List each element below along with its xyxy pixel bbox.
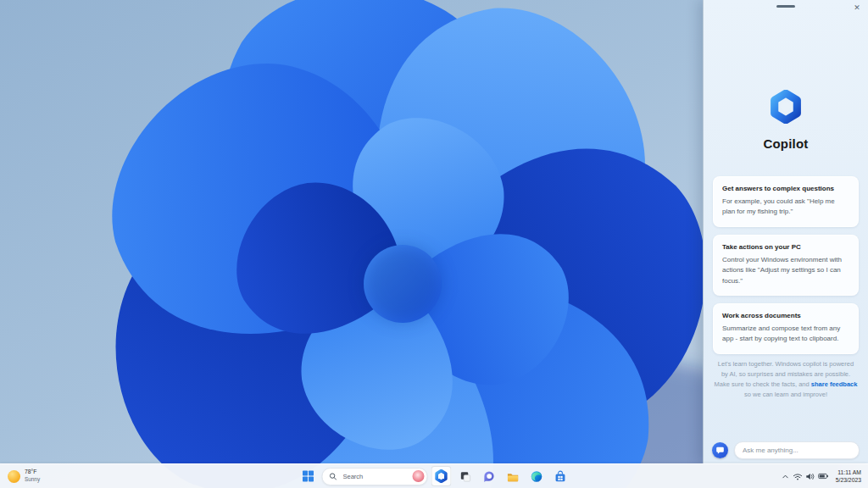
task-view-button[interactable] — [455, 466, 476, 486]
taskbar-clock[interactable]: 11:11 AM 5/23/2023 — [832, 469, 865, 484]
card-take-actions[interactable]: Take actions on your PC Control your Win… — [713, 235, 859, 296]
card-heading: Take actions on your PC — [722, 243, 849, 251]
taskbar-search-box[interactable] — [322, 468, 428, 485]
copilot-icon — [435, 469, 448, 483]
card-heading: Get answers to complex questions — [722, 185, 849, 192]
teams-chat-icon — [482, 470, 495, 483]
edge-icon — [530, 470, 542, 483]
system-tray — [777, 469, 832, 483]
clock-time: 11:11 AM — [837, 469, 861, 476]
share-feedback-link[interactable]: share feedback — [811, 380, 858, 388]
weather-temperature: 78°F — [25, 469, 40, 476]
task-view-icon — [459, 470, 471, 483]
taskbar: 78°F Sunny — [0, 463, 868, 488]
copilot-chat-button[interactable] — [712, 442, 728, 458]
edge-button[interactable] — [526, 466, 547, 486]
start-button[interactable] — [298, 466, 319, 486]
card-body: For example, you could ask "Help me plan… — [722, 197, 849, 218]
close-icon[interactable]: ✕ — [851, 2, 863, 14]
search-icon — [330, 473, 337, 480]
file-explorer-icon — [506, 470, 519, 483]
volume-icon[interactable] — [805, 469, 816, 483]
bing-daily-image-icon[interactable] — [413, 470, 425, 482]
sun-icon — [8, 470, 20, 483]
clock-date: 5/23/2023 — [836, 476, 861, 484]
panel-title: Copilot — [704, 136, 868, 151]
card-heading: Work across documents — [722, 312, 849, 319]
suggestion-cards: Get answers to complex questions For exa… — [713, 176, 859, 354]
search-input[interactable] — [342, 472, 409, 481]
chevron-up-icon[interactable] — [780, 469, 791, 483]
card-body: Summarize and compose text from any app … — [722, 324, 849, 345]
copilot-panel: ✕ Copilot Get answers to complex questio… — [703, 0, 868, 464]
file-explorer-button[interactable] — [503, 466, 523, 486]
battery-icon[interactable] — [818, 469, 829, 483]
wifi-icon[interactable] — [793, 469, 804, 483]
windows-logo-icon — [303, 470, 314, 482]
microsoft-store-icon — [554, 470, 566, 483]
copilot-logo-icon — [769, 90, 803, 124]
chat-bubble-icon — [715, 446, 725, 455]
store-button[interactable] — [550, 466, 570, 486]
ask-me-anything-input[interactable] — [734, 441, 860, 459]
taskbar-copilot-button[interactable] — [431, 466, 452, 486]
weather-condition: Sunny — [25, 476, 40, 483]
card-body: Control your Windows environment with ac… — [722, 255, 849, 286]
ai-disclaimer: Let's learn together. Windows copilot is… — [714, 359, 858, 400]
card-complex-questions[interactable]: Get answers to complex questions For exa… — [713, 176, 859, 227]
panel-drag-handle[interactable] — [776, 5, 795, 8]
chat-button[interactable] — [479, 466, 499, 486]
chat-input-row — [712, 441, 860, 458]
disclaimer-text: so we can learn and improve! — [744, 391, 827, 398]
weather-widget[interactable]: 78°F Sunny — [2, 464, 46, 488]
card-work-documents[interactable]: Work across documents Summarize and comp… — [713, 303, 859, 354]
